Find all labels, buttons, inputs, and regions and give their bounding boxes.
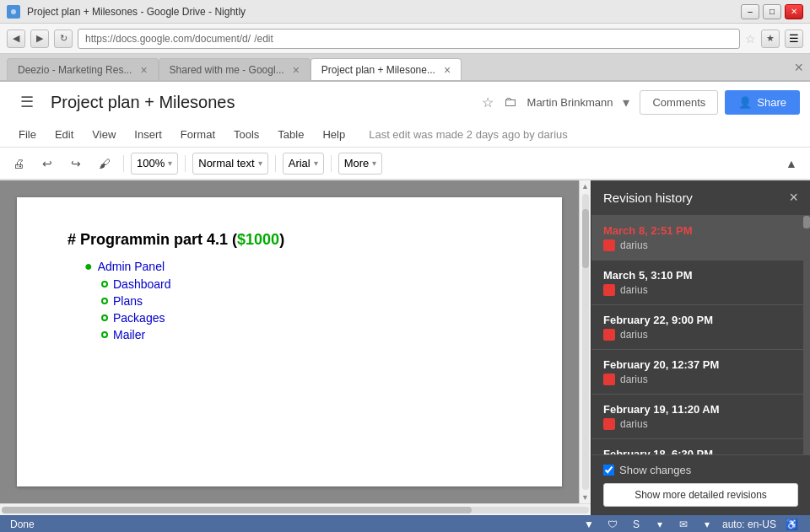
- heading-text: # Programmin part 4.1 (: [68, 231, 237, 248]
- document-title[interactable]: Project plan + Milesones: [51, 93, 472, 112]
- style-select[interactable]: Normal text ▾: [192, 153, 267, 175]
- paint-format-button[interactable]: 🖌: [93, 152, 116, 175]
- hamburger-icon: ☰: [20, 93, 34, 111]
- back-button[interactable]: ◀: [7, 30, 25, 48]
- scroll-thumb[interactable]: [582, 209, 589, 268]
- font-select[interactable]: Arial ▾: [283, 153, 324, 175]
- admin-panel-label: Admin Panel: [98, 260, 165, 273]
- tab-deezio[interactable]: Deezio - Marketing Res... ×: [7, 58, 159, 80]
- tab-label: Shared with me - Googl...: [170, 64, 284, 76]
- scroll-down-button[interactable]: ▼: [580, 492, 591, 503]
- status-shield-icon[interactable]: 🛡: [604, 518, 621, 531]
- menu-file[interactable]: File: [10, 125, 45, 144]
- show-changes-checkbox[interactable]: [603, 465, 614, 476]
- sidebar-menu-button[interactable]: ☰: [10, 85, 44, 119]
- show-changes-row[interactable]: Show changes: [603, 464, 798, 476]
- tab-close-icon[interactable]: ×: [444, 63, 451, 77]
- status-email-arrow-icon[interactable]: ▾: [699, 518, 716, 531]
- svg-point-1: [11, 9, 16, 14]
- revision-scroll-area[interactable]: March 8, 2:51 PM darius March 5, 3:10 PM…: [591, 216, 810, 454]
- revision-item-2[interactable]: February 22, 9:00 PM darius: [591, 305, 810, 350]
- user-name: Martin Brinkmann: [527, 96, 613, 109]
- revision-date: March 8, 2:51 PM: [603, 224, 798, 237]
- forward-button[interactable]: ▶: [30, 30, 49, 48]
- more-label: More: [344, 157, 370, 169]
- menu-edit[interactable]: Edit: [46, 125, 82, 144]
- show-changes-label[interactable]: Show changes: [619, 464, 691, 476]
- last-edit-text: Last edit was made 2 days ago by darius: [369, 128, 568, 141]
- panel-scrollbar-track[interactable]: [803, 216, 810, 454]
- browser-icon: [7, 5, 20, 19]
- revision-item-1[interactable]: March 5, 3:10 PM darius: [591, 261, 810, 305]
- tab-label: Project plan + Milesone...: [321, 64, 435, 76]
- sub-list: Dashboard Plans Packages Mailer: [101, 277, 511, 341]
- print-button[interactable]: 🖨: [7, 152, 30, 175]
- url-bar[interactable]: https://docs.google.com/document/d/ /edi…: [78, 29, 740, 49]
- revision-list: March 8, 2:51 PM darius March 5, 3:10 PM…: [591, 216, 810, 454]
- revision-close-button[interactable]: ×: [789, 189, 798, 207]
- more-arrow-icon: ▾: [372, 159, 376, 168]
- revision-user: darius: [603, 284, 798, 296]
- comments-button[interactable]: Comments: [640, 90, 718, 115]
- revision-item-4[interactable]: February 19, 11:20 AM darius: [591, 395, 810, 439]
- revision-item-3[interactable]: February 20, 12:37 PM darius: [591, 350, 810, 395]
- undo-button[interactable]: ↩: [35, 152, 59, 175]
- menu-tools[interactable]: Tools: [225, 125, 267, 144]
- scroll-up-button[interactable]: ▲: [580, 180, 591, 192]
- extensions-button[interactable]: ★: [761, 30, 780, 48]
- tabs-close-button[interactable]: ×: [794, 59, 803, 80]
- status-skype-icon[interactable]: S: [628, 518, 645, 531]
- status-skype-arrow-icon[interactable]: ▾: [651, 518, 668, 531]
- circle-bullet-icon: [101, 314, 108, 321]
- show-detailed-revisions-button[interactable]: Show more detailed revisions: [603, 483, 798, 507]
- menu-table[interactable]: Table: [269, 125, 312, 144]
- h-scroll-thumb[interactable]: [2, 507, 472, 513]
- collapse-toolbar-button[interactable]: ▲: [780, 152, 803, 175]
- minimize-button[interactable]: –: [741, 4, 759, 19]
- scroll-track: [582, 194, 589, 490]
- maximize-button[interactable]: □: [763, 4, 781, 19]
- admin-panel-list: ● Admin Panel: [84, 259, 511, 274]
- list-item: ● Admin Panel: [84, 259, 511, 274]
- document-scroll-area[interactable]: # Programmin part 4.1 ($1000) ● Admin Pa…: [0, 180, 579, 503]
- status-accessibility-icon[interactable]: ♿: [783, 518, 800, 531]
- user-color-swatch: [603, 373, 615, 385]
- revision-header: Revision history ×: [591, 180, 810, 216]
- menu-insert[interactable]: Insert: [126, 125, 170, 144]
- horizontal-scrollbar[interactable]: [0, 503, 591, 515]
- status-email-icon[interactable]: ✉: [675, 518, 692, 531]
- address-bar: ◀ ▶ ↻ https://docs.google.com/document/d…: [0, 24, 810, 54]
- browser-menu-button[interactable]: ☰: [785, 30, 803, 48]
- more-select[interactable]: More ▾: [338, 153, 383, 175]
- status-nav-down-icon[interactable]: ▼: [580, 518, 597, 531]
- menu-view[interactable]: View: [84, 125, 124, 144]
- revision-item-5[interactable]: February 18, 6:30 PM darius: [591, 439, 810, 454]
- folder-icon[interactable]: 🗀: [500, 93, 521, 111]
- tab-shared[interactable]: Shared with me - Googl... ×: [159, 58, 310, 80]
- zoom-select[interactable]: 100% ▾: [131, 153, 178, 175]
- menu-format[interactable]: Format: [172, 125, 224, 144]
- user-arrow-icon[interactable]: ▾: [619, 93, 633, 112]
- vertical-scrollbar[interactable]: ▲ ▼: [579, 180, 591, 503]
- bookmark-icon[interactable]: ☆: [745, 32, 756, 46]
- tab-project[interactable]: Project plan + Milesone... ×: [310, 58, 462, 80]
- revision-history-panel: Revision history × March 8, 2:51 PM dari…: [591, 180, 810, 515]
- redo-button[interactable]: ↪: [64, 152, 88, 175]
- refresh-button[interactable]: ↻: [54, 30, 73, 48]
- panel-scrollbar-thumb[interactable]: [803, 216, 810, 228]
- share-button[interactable]: 👤 Share: [725, 90, 800, 115]
- list-item: Mailer: [101, 328, 511, 341]
- revision-username: darius: [620, 373, 648, 385]
- user-color-swatch: [603, 329, 615, 341]
- docs-title-row: ☰ Project plan + Milesones ☆ 🗀 Martin Br…: [0, 82, 810, 122]
- toolbar-divider: [123, 155, 124, 172]
- toolbar: 🖨 ↩ ↪ 🖌 100% ▾ Normal text ▾ Arial ▾ Mor…: [0, 148, 810, 180]
- star-icon[interactable]: ☆: [478, 93, 497, 112]
- revision-username: darius: [620, 418, 648, 430]
- tab-close-icon[interactable]: ×: [140, 63, 147, 77]
- sub-item-plans: Plans: [113, 294, 143, 308]
- revision-item-0[interactable]: March 8, 2:51 PM darius: [591, 216, 810, 261]
- close-button[interactable]: ✕: [785, 4, 803, 19]
- menu-help[interactable]: Help: [314, 125, 354, 144]
- tab-close-icon[interactable]: ×: [293, 63, 300, 77]
